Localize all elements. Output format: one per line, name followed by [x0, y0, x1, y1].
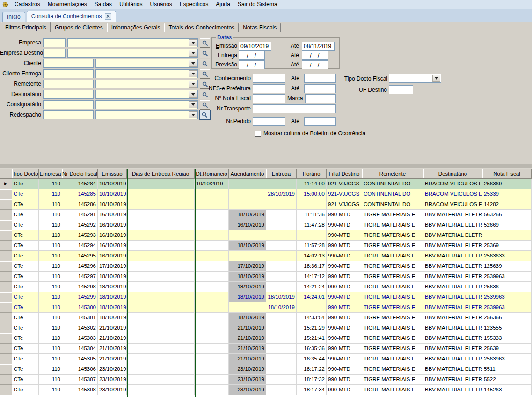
- grid-cell[interactable]: 145297: [62, 272, 98, 282]
- grid-cell[interactable]: [127, 354, 195, 364]
- chevron-down-icon[interactable]: [189, 39, 197, 46]
- table-row[interactable]: CTe11014529516/10/201914:02:13990-MTDTIG…: [0, 251, 532, 261]
- grid-cell[interactable]: [195, 333, 229, 344]
- grid-cell[interactable]: [195, 272, 229, 282]
- grid-cell[interactable]: 563266: [482, 210, 532, 220]
- grid-cell[interactable]: 110: [39, 199, 62, 210]
- grid-cell[interactable]: 18:17:32: [297, 375, 327, 385]
- grid-cell[interactable]: TIGRE MATERIAIS E: [362, 251, 423, 261]
- table-row[interactable]: CTe11014530221/10/201921/10/201915:21:29…: [0, 323, 532, 333]
- grid-cell[interactable]: [127, 323, 195, 333]
- grid-cell[interactable]: 145284: [62, 179, 98, 189]
- grid-cell[interactable]: 110: [39, 210, 62, 220]
- grid-cell[interactable]: 990-MTD: [327, 251, 362, 261]
- grid-cell[interactable]: [229, 179, 266, 189]
- grid-cell[interactable]: 16/10/2019: [98, 241, 127, 251]
- grid-cell[interactable]: 2539963: [482, 292, 532, 302]
- grid-cell[interactable]: [127, 364, 195, 375]
- grid-cell[interactable]: [266, 179, 297, 189]
- grid-cell[interactable]: 21/10/2019: [229, 333, 266, 344]
- grid-cell[interactable]: [195, 251, 229, 261]
- grid-cell[interactable]: 23/10/2019: [229, 364, 266, 375]
- cliente-entrega-combo[interactable]: [95, 69, 198, 78]
- grid-cell[interactable]: 921-VJJCGS: [327, 189, 362, 199]
- grid-cell[interactable]: [127, 179, 195, 189]
- grid-cell[interactable]: 110: [39, 364, 62, 375]
- grid-cell[interactable]: [127, 385, 195, 395]
- grid-cell[interactable]: 25339: [482, 189, 532, 199]
- conhecimento-from-input[interactable]: [253, 74, 285, 83]
- grid-cell[interactable]: 23/10/2019: [98, 385, 127, 395]
- grid-cell[interactable]: 23/10/2019: [229, 385, 266, 395]
- grid-cell[interactable]: TIGRE MATERIAIS E: [362, 282, 423, 292]
- grid-cell[interactable]: 110: [39, 333, 62, 344]
- grid-cell[interactable]: 990-MTD: [327, 364, 362, 375]
- grid-cell[interactable]: 921-VJJCGS: [327, 199, 362, 210]
- grid-cell[interactable]: [482, 230, 532, 241]
- grid-cell[interactable]: 990-MTD: [327, 241, 362, 251]
- remetente-code-input[interactable]: [43, 80, 94, 88]
- grid-cell[interactable]: [195, 323, 229, 333]
- consignatario-combo[interactable]: [95, 100, 198, 109]
- grid-cell[interactable]: 10/10/2019: [98, 189, 127, 199]
- grid-cell[interactable]: 921-VJJCGS: [327, 179, 362, 189]
- grid-cell[interactable]: [127, 282, 195, 292]
- grid-cell[interactable]: TIGRE MATERIAIS E: [362, 385, 423, 395]
- grid-cell[interactable]: [266, 210, 297, 220]
- grid-cell[interactable]: 25639: [482, 344, 532, 354]
- grid-cell[interactable]: [266, 375, 297, 385]
- grid-cell[interactable]: [195, 220, 229, 230]
- grid-cell[interactable]: 21/10/2019: [98, 333, 127, 344]
- tab-inicio[interactable]: Início: [2, 12, 25, 22]
- grid-cell[interactable]: 16:35:44: [297, 354, 327, 364]
- grid-cell[interactable]: 145300: [62, 302, 98, 313]
- grid-cell[interactable]: [195, 282, 229, 292]
- grid-cell[interactable]: 2563963: [482, 354, 532, 364]
- grid-cell[interactable]: [195, 375, 229, 385]
- grid-cell[interactable]: 16/10/2019: [98, 230, 127, 241]
- grid-cell[interactable]: [127, 210, 195, 220]
- grid-cell[interactable]: CTe: [12, 323, 39, 333]
- grid-cell[interactable]: 145293: [62, 230, 98, 241]
- grid-cell[interactable]: 145296: [62, 261, 98, 272]
- grid-cell[interactable]: CTe: [12, 344, 39, 354]
- grid-cell[interactable]: [127, 230, 195, 241]
- entrega-from-input[interactable]: [239, 51, 265, 60]
- grid-cell[interactable]: 15:21:29: [297, 323, 327, 333]
- grid-cell[interactable]: 145307: [62, 375, 98, 385]
- grid-cell[interactable]: BBV MATERIAL ELETRICO: [423, 354, 482, 364]
- boletim-ocorrencia-checkbox[interactable]: [255, 131, 261, 137]
- grid-cell[interactable]: 990-MTD: [327, 333, 362, 344]
- grid-cell[interactable]: 16/10/2019: [98, 251, 127, 261]
- table-row[interactable]: CTe11014529617/10/201917/10/201918:36:17…: [0, 261, 532, 272]
- grid-cell[interactable]: 990-MTD: [327, 375, 362, 385]
- grid-cell[interactable]: BBV MATERIAL ELETRICO: [423, 251, 482, 261]
- grid-cell[interactable]: 110: [39, 375, 62, 385]
- grid-cell[interactable]: [195, 261, 229, 272]
- grid-cell[interactable]: [127, 220, 195, 230]
- grid-cell[interactable]: [127, 189, 195, 199]
- grid-cell[interactable]: 990-MTD: [327, 282, 362, 292]
- grid-cell[interactable]: 25636: [482, 282, 532, 292]
- grid-cell[interactable]: 990-MTD: [327, 230, 362, 241]
- grid-cell[interactable]: CTe: [12, 292, 39, 302]
- emissao-to-input[interactable]: [302, 42, 335, 51]
- grid-cell[interactable]: 52669: [482, 220, 532, 230]
- grid-cell[interactable]: 110: [39, 251, 62, 261]
- grid-cell[interactable]: 18/10/2019: [229, 210, 266, 220]
- grid-cell[interactable]: [127, 375, 195, 385]
- grid-cell[interactable]: 145301: [62, 313, 98, 323]
- grid-cell[interactable]: 18/10/2019: [229, 292, 266, 302]
- menu-item-saidas[interactable]: Saídas: [91, 0, 116, 9]
- grid-cell[interactable]: 110: [39, 313, 62, 323]
- grid-cell[interactable]: 990-MTD: [327, 272, 362, 282]
- destinatario-code-input[interactable]: [43, 90, 94, 99]
- chevron-down-icon[interactable]: [189, 111, 197, 118]
- grid-cell[interactable]: [195, 199, 229, 210]
- grid-cell[interactable]: 18:36:17: [297, 261, 327, 272]
- empresa-destino-code-input[interactable]: [43, 49, 66, 58]
- grid-cell[interactable]: 145285: [62, 189, 98, 199]
- column-header-emissao[interactable]: Emissão: [98, 169, 127, 179]
- chevron-down-icon[interactable]: [189, 60, 197, 67]
- grid-cell[interactable]: TIGRE MATERIAIS E: [362, 364, 423, 375]
